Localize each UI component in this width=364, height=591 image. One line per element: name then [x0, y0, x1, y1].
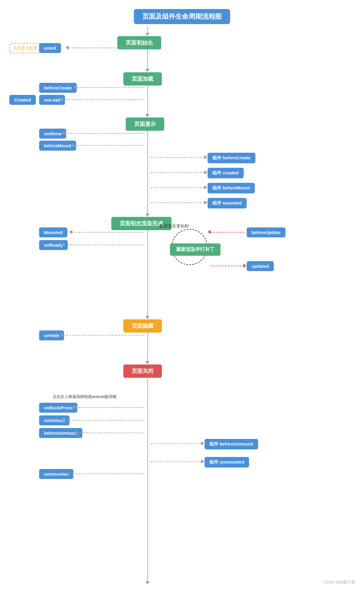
arrow-comp-unmounted: [201, 459, 204, 464]
arrow-onInit: [66, 45, 69, 50]
title-box: 页面及组件生命周期流程图: [134, 9, 230, 24]
dash-onHide: [63, 335, 144, 336]
red-arrow-beforeUpdate: [208, 230, 211, 234]
dash-beforeCreate: [77, 87, 144, 88]
arrow-comp-created: [204, 170, 207, 174]
dash-comp-unmounted: [150, 461, 202, 462]
arrow-onLoad: [60, 97, 63, 102]
comp-beforeMount-box: 组件 beforeMount: [208, 183, 255, 193]
created-label: Created: [9, 95, 36, 105]
watermark: CSDN @卸载引擎: [323, 580, 355, 585]
mounted-box: Mounted: [39, 227, 67, 237]
vline-4: [147, 130, 148, 214]
dash-comp-beforeCreate: [150, 157, 205, 158]
onBackPress-box: onBackPress: [39, 403, 77, 413]
dash-beforeUnmount: [77, 433, 144, 433]
arrow-7: [145, 581, 150, 584]
dash-beforeMount: [74, 145, 144, 146]
dash-onUnload: [63, 420, 144, 421]
arrow-onHide: [60, 333, 63, 337]
dash-mounted: [72, 232, 144, 233]
arrow-2: [145, 69, 150, 72]
beforeMount-box: beforeMount: [39, 141, 76, 151]
back-btn-label: 点击左上角返回按钮或android返回键: [53, 394, 116, 399]
dash-comp-beforeUnmount: [150, 443, 202, 444]
vline-7: [147, 377, 148, 582]
data-change-label: 数据发生变化时: [159, 224, 189, 229]
red-dash-beforeUpdate: [211, 232, 244, 233]
arrow-6: [145, 361, 150, 364]
dash-onBackPress: [75, 407, 144, 408]
arrow-beforeUnmount: [74, 430, 77, 435]
diagram-container: 页面及组件生命周期流程图 页面初始化 页面加载 页面显示 页面初次渲染完成 页面…: [0, 0, 364, 591]
arrow-beforeCreate: [74, 85, 77, 89]
arrow-3: [145, 114, 150, 117]
vline-3: [147, 85, 148, 114]
beforeCreate-box: beforeCreate: [39, 83, 77, 93]
comp-unmounted-box: 组件 unmounted: [205, 457, 249, 467]
arrow-onShow: [62, 131, 65, 135]
arrow-unmounted: [66, 471, 69, 476]
arrow-4: [145, 214, 150, 217]
arrow-comp-beforeCreate: [204, 155, 207, 159]
flow-page-show: 页面显示: [126, 117, 164, 131]
updated-box: updated: [247, 261, 274, 271]
vline-2: [147, 49, 148, 69]
beforeUpdate-box: beforeUpdate: [247, 227, 285, 237]
comp-beforeCreate-box: 组件 beforeCreate: [208, 153, 255, 163]
dash-comp-created: [150, 172, 205, 173]
comp-created-box: 组件 created: [208, 168, 244, 178]
arrow-5: [145, 316, 150, 319]
comp-beforeUnmount-box: 组件 beforeUnmount: [205, 439, 258, 449]
arrow-onUnload: [60, 418, 63, 422]
arrow-mounted: [69, 230, 72, 234]
arrow-beforeMount: [71, 143, 74, 147]
vline-1: [147, 27, 148, 33]
flow-page-hide: 页面隐藏: [123, 319, 162, 333]
rerender-box: 重新渲染并打补丁: [170, 243, 221, 256]
arrow-comp-mounted: [204, 200, 207, 205]
red-arrow-updated: [243, 264, 246, 268]
dash-comp-mounted: [150, 202, 205, 203]
arrow-comp-beforeMount: [204, 185, 207, 189]
dash-onReady: [64, 245, 144, 245]
flow-page-load: 页面加载: [123, 72, 162, 86]
comp-mounted-box: 组件 mounted: [208, 198, 247, 208]
arrow-1: [145, 33, 150, 36]
arrow-onBackPress: [72, 405, 75, 409]
vline-6: [147, 332, 148, 361]
onInit-box: onInit: [39, 43, 61, 53]
arrow-onReady: [61, 242, 64, 247]
arrow-comp-beforeUnmount: [201, 441, 204, 446]
dash-onLoad: [63, 99, 144, 100]
flow-page-close: 页面关闭: [123, 364, 162, 378]
dash-onInit: [69, 48, 144, 48]
dash-onShow: [65, 133, 144, 134]
dash-comp-beforeMount: [150, 187, 205, 188]
dash-unmounted: [69, 474, 144, 474]
red-dash-updated: [211, 266, 244, 266]
baidu-only-label: 仅百度小程序: [9, 43, 41, 53]
vline-5: [147, 230, 148, 316]
